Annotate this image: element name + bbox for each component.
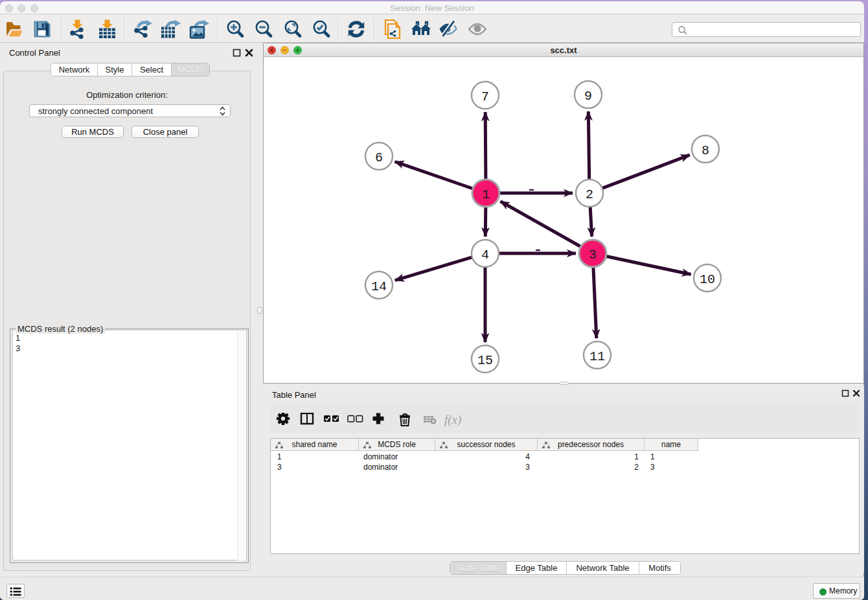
svg-text:15: 15 bbox=[477, 353, 493, 368]
svg-text:10: 10 bbox=[700, 272, 715, 287]
svg-text:6: 6 bbox=[375, 150, 383, 165]
svg-text:4: 4 bbox=[481, 248, 489, 262]
svg-text:1: 1 bbox=[482, 187, 490, 202]
svg-text:3: 3 bbox=[589, 248, 597, 262]
svg-text:2: 2 bbox=[586, 187, 593, 202]
svg-text:11: 11 bbox=[589, 349, 605, 364]
svg-text:8: 8 bbox=[702, 143, 709, 158]
svg-text:9: 9 bbox=[584, 89, 592, 104]
svg-text:14: 14 bbox=[371, 279, 387, 294]
svg-text:f(x): f(x) bbox=[444, 413, 461, 427]
svg-text:7: 7 bbox=[481, 89, 489, 104]
